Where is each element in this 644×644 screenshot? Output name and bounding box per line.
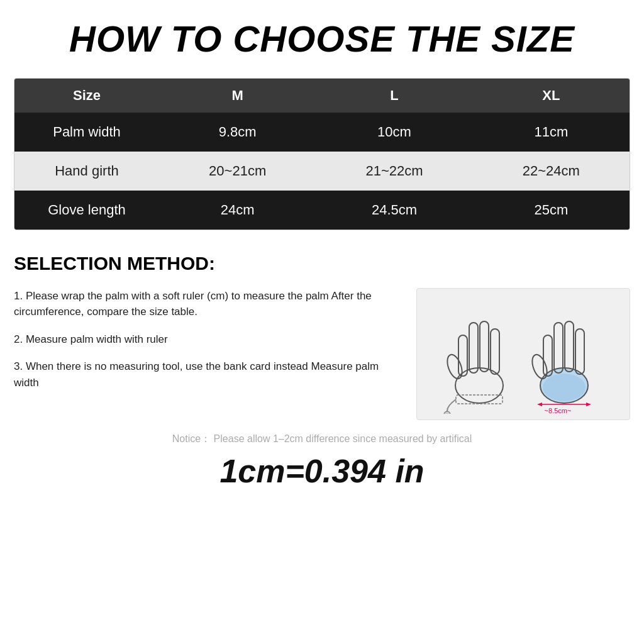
- svg-rect-11: [554, 323, 563, 373]
- svg-rect-1: [458, 335, 467, 376]
- selection-section: SELECTION METHOD: 1. Please wrap the pal…: [14, 253, 630, 420]
- svg-marker-17: [586, 402, 591, 406]
- table-row: Hand girth20~21cm21~22cm22~24cm: [14, 152, 630, 191]
- row-value: 20~21cm: [159, 152, 316, 191]
- svg-rect-6: [456, 395, 502, 404]
- selection-steps: 1. Please wrap the palm with a soft rule…: [14, 288, 397, 391]
- page-title: HOW TO CHOOSE THE SIZE: [69, 19, 575, 59]
- table-row: Palm width9.8cm10cm11cm: [14, 113, 630, 152]
- table-row: Glove length24cm24.5cm25cm: [14, 191, 630, 230]
- col-m: M: [159, 79, 316, 113]
- col-l: L: [316, 79, 472, 113]
- table-header-row: Size M L XL: [14, 79, 630, 113]
- row-value: 10cm: [316, 113, 472, 152]
- row-value: 24cm: [159, 191, 316, 230]
- row-value: 11cm: [473, 113, 630, 152]
- svg-point-7: [444, 411, 450, 414]
- svg-rect-3: [480, 321, 489, 372]
- step-2: 2. Measure palm width with ruler: [14, 331, 397, 348]
- svg-text:~8.5cm~: ~8.5cm~: [545, 407, 572, 414]
- step-1: 1. Please wrap the palm with a soft rule…: [14, 288, 397, 320]
- row-label: Palm width: [14, 113, 159, 152]
- svg-marker-16: [537, 402, 542, 406]
- selection-content: 1. Please wrap the palm with a soft rule…: [14, 288, 630, 420]
- row-value: 9.8cm: [159, 113, 316, 152]
- svg-rect-2: [469, 323, 478, 373]
- notice-text: Notice： Please allow 1–2cm difference si…: [14, 433, 630, 446]
- illustration-box: ~8.5cm~: [416, 288, 630, 420]
- illustration-svg: ~8.5cm~: [426, 294, 621, 414]
- row-value: 22~24cm: [473, 152, 630, 191]
- size-table: Size M L XL Palm width9.8cm10cm11cmHand …: [14, 79, 630, 230]
- row-label: Glove length: [14, 191, 159, 230]
- svg-rect-10: [543, 335, 552, 376]
- row-value: 25cm: [473, 191, 630, 230]
- row-value: 21~22cm: [316, 152, 472, 191]
- step-3: 3. When there is no measuring tool, use …: [14, 358, 397, 391]
- row-label: Hand girth: [14, 152, 159, 191]
- col-xl: XL: [473, 79, 630, 113]
- svg-point-9: [543, 374, 586, 401]
- svg-rect-4: [491, 329, 499, 374]
- conversion-text: 1cm=0.394 in: [219, 452, 424, 490]
- page-container: HOW TO CHOOSE THE SIZE Size M L XL Palm …: [0, 0, 644, 644]
- col-size: Size: [14, 79, 159, 113]
- selection-title: SELECTION METHOD:: [14, 253, 630, 274]
- size-table-container: Size M L XL Palm width9.8cm10cm11cmHand …: [14, 78, 630, 230]
- row-value: 24.5cm: [316, 191, 472, 230]
- svg-rect-12: [565, 321, 574, 372]
- svg-rect-13: [575, 329, 584, 374]
